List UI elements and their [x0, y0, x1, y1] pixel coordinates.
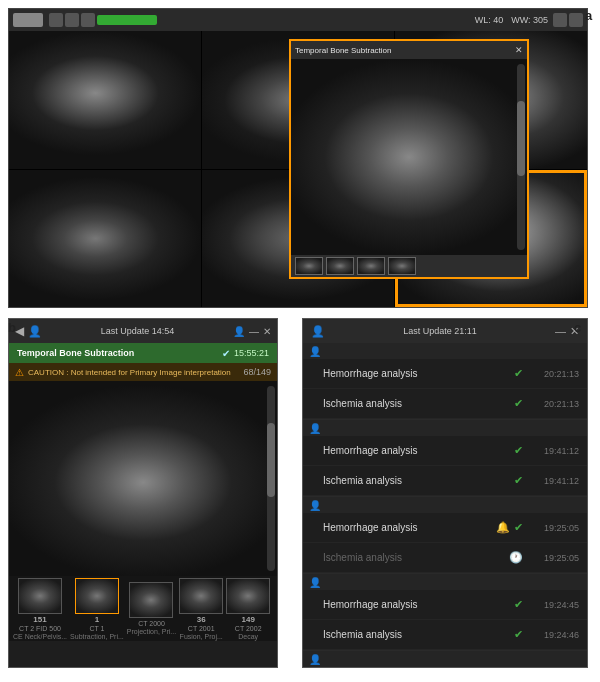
analysis-row-1-1[interactable]: Ischemia analysis✔19:41:12 — [303, 466, 587, 496]
film-meta-2: Subtraction, Pri... — [70, 633, 124, 640]
film-label-5: CT 2002 — [235, 625, 262, 632]
analysis-row-3-0[interactable]: Hemorrhage analysis✔19:24:45 — [303, 590, 587, 620]
film-item-2[interactable]: 1 CT 1 Subtraction, Pri... — [70, 578, 124, 640]
user-icon: 👤 — [28, 325, 42, 338]
user-group-icon-1: 👤 — [309, 423, 321, 434]
pink-icon-2-0: 🔔 — [496, 521, 510, 534]
film-item-3[interactable]: CT 2000 Projection, Pri... — [127, 582, 176, 635]
warning-count: 68/149 — [243, 367, 271, 377]
tbs-thumb-4[interactable] — [388, 257, 416, 275]
analysis-name-2-0: Hemorrhage analysis — [323, 522, 492, 533]
back-icon[interactable]: ◀ — [15, 324, 24, 338]
series-bar: Temporal Bone Subtraction ✔ 15:55:21 — [9, 343, 277, 363]
tbs-close-button[interactable]: ✕ — [515, 45, 523, 55]
row-time-0-1: 20:21:13 — [527, 399, 579, 409]
analysis-group-2: 👤Hemorrhage analysis🔔✔19:25:05Ischemia a… — [303, 497, 587, 574]
toolbar-btn[interactable] — [65, 13, 79, 27]
film-item-4[interactable]: 36 CT 2001 Fusion, Proj... — [179, 578, 223, 640]
analysis-row-1-0[interactable]: Hemorrhage analysis✔19:41:12 — [303, 436, 587, 466]
film-thumb-2[interactable] — [75, 578, 119, 614]
film-number-1: 151 — [33, 615, 46, 624]
film-label-4: CT 2001 — [188, 625, 215, 632]
toolbar-btn-r2[interactable] — [569, 13, 583, 27]
status-icon-2-0: ✔ — [514, 521, 523, 534]
warning-icon: ⚠ — [15, 367, 24, 378]
film-item-1[interactable]: 151 CT 2 FID 500 CE Neck/Pelvis... — [13, 578, 67, 640]
group-header-3: 👤 — [303, 574, 587, 590]
analysis-group-1: 👤Hemorrhage analysis✔19:41:12Ischemia an… — [303, 420, 587, 497]
film-thumb-3[interactable] — [129, 582, 173, 618]
series-time: 15:55:21 — [234, 348, 269, 358]
toolbar-a: WL: 40 WW: 305 — [9, 9, 587, 31]
minimize-icon-c[interactable]: — — [555, 325, 566, 337]
ww-label: WW: 305 — [511, 15, 548, 25]
app-logo — [13, 13, 43, 27]
ct-cell-4[interactable] — [9, 170, 201, 308]
warning-text: CAUTION : Not intended for Primary Image… — [28, 368, 231, 377]
analysis-name-1-0: Hemorrhage analysis — [323, 445, 510, 456]
film-item-5[interactable]: 149 CT 2002 Decay — [226, 578, 270, 640]
row-time-3-1: 19:24:46 — [527, 630, 579, 640]
group-header-0: 👤 — [303, 343, 587, 359]
analysis-list: 👤Hemorrhage analysis✔20:21:13Ischemia an… — [303, 343, 587, 667]
film-number-2: 1 — [95, 615, 99, 624]
panel-a: WL: 40 WW: 305 Temporal Bone Subtraction… — [8, 8, 588, 308]
film-thumb-5[interactable] — [226, 578, 270, 614]
status-icon-0-0: ✔ — [514, 367, 523, 380]
user-group-icon-2: 👤 — [309, 500, 321, 511]
ct-main-image[interactable] — [9, 381, 277, 576]
panel-c: 👤 Last Update 21:11 — ✕ 👤Hemorrhage anal… — [302, 318, 588, 668]
film-label-2: CT 1 — [89, 625, 104, 632]
film-number-4: 36 — [197, 615, 206, 624]
filmstrip: 151 CT 2 FID 500 CE Neck/Pelvis... 1 CT … — [9, 576, 277, 641]
panel-b-controls: 👤 — ✕ — [233, 326, 271, 337]
analysis-row-0-1[interactable]: Ischemia analysis✔20:21:13 — [303, 389, 587, 419]
user-group-icon-0: 👤 — [309, 346, 321, 357]
group-header-2: 👤 — [303, 497, 587, 513]
analysis-row-0-0[interactable]: Hemorrhage analysis✔20:21:13 — [303, 359, 587, 389]
row-time-3-0: 19:24:45 — [527, 600, 579, 610]
series-name: Temporal Bone Subtraction — [17, 348, 134, 358]
section-label-a: a — [585, 8, 592, 23]
tbs-popup-title: Temporal Bone Subtraction — [295, 46, 515, 55]
status-icon-3-1: ✔ — [514, 628, 523, 641]
tbs-thumb-1[interactable] — [295, 257, 323, 275]
film-thumb-4[interactable] — [179, 578, 223, 614]
analysis-row-2-0[interactable]: Hemorrhage analysis🔔✔19:25:05 — [303, 513, 587, 543]
status-icon-2-1: 🕐 — [509, 551, 523, 564]
series-check-icon: ✔ — [222, 348, 230, 359]
tbs-popup: Temporal Bone Subtraction ✕ — [289, 39, 529, 279]
panel-b-header: ◀ 👤 Last Update 14:54 👤 — ✕ — [9, 319, 277, 343]
close-icon[interactable]: ✕ — [263, 326, 271, 337]
tbs-popup-footer — [291, 255, 527, 277]
tbs-thumb-2[interactable] — [326, 257, 354, 275]
row-time-0-0: 20:21:13 — [527, 369, 579, 379]
panel-b-last-update: Last Update 14:54 — [46, 326, 229, 336]
row-time-1-0: 19:41:12 — [527, 446, 579, 456]
toolbar-btn[interactable] — [81, 13, 95, 27]
user-group-icon-4: 👤 — [309, 654, 321, 665]
row-time-1-1: 19:41:12 — [527, 476, 579, 486]
panel-b: ◀ 👤 Last Update 14:54 👤 — ✕ Temporal Bon… — [8, 318, 278, 668]
toolbar-btn[interactable] — [49, 13, 63, 27]
film-label-3: CT 2000 — [138, 620, 165, 627]
minimize-icon[interactable]: — — [249, 326, 259, 337]
tbs-scrollbar[interactable] — [517, 64, 525, 250]
film-number-5: 149 — [242, 615, 255, 624]
panel-c-last-update: Last Update 21:11 — [329, 326, 551, 336]
main-scrollbar[interactable] — [267, 386, 275, 571]
film-thumb-1[interactable] — [18, 578, 62, 614]
toolbar-btn-r[interactable] — [553, 13, 567, 27]
analysis-name-2-1: Ischemia analysis — [323, 552, 505, 563]
tbs-thumb-3[interactable] — [357, 257, 385, 275]
analysis-name-0-1: Ischemia analysis — [323, 398, 510, 409]
group-header-4: 👤 — [303, 651, 587, 667]
analysis-row-2-1[interactable]: Ischemia analysis🕐19:25:05 — [303, 543, 587, 573]
ct-cell-1[interactable] — [9, 31, 201, 169]
row-time-2-1: 19:25:05 — [527, 553, 579, 563]
warning-bar: ⚠ CAUTION : Not intended for Primary Ima… — [9, 363, 277, 381]
status-icon-1-1: ✔ — [514, 474, 523, 487]
tbs-popup-image[interactable] — [291, 59, 527, 255]
film-meta-3: Projection, Pri... — [127, 628, 176, 635]
analysis-row-3-1[interactable]: Ischemia analysis✔19:24:46 — [303, 620, 587, 650]
